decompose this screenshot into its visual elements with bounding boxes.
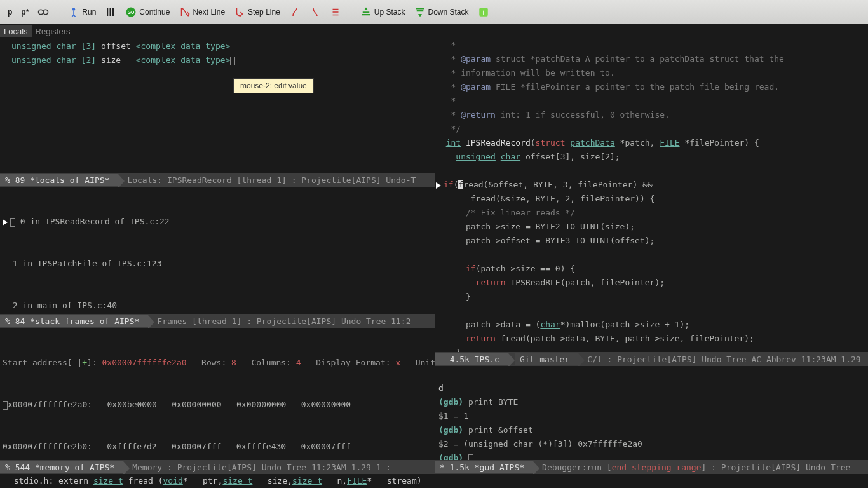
modeline-info: C/l : Projectile[AIPS] Undo-Tree AC Abbr… (585, 355, 860, 364)
frame-text: 1 in IPSPatchFile of IPS.c:123 (13, 259, 162, 268)
run-label: Run (82, 8, 96, 17)
gdb-command: print BYTE (468, 397, 518, 407)
locals-modeline: % 89 *locals of AIPS* Locals: IPSReadRec… (0, 173, 435, 187)
stop-button[interactable] (101, 4, 120, 20)
p-star-button[interactable]: p* (17, 6, 32, 18)
gud-modeline-tail: ] : Projectile[AIPS] Undo-Tree (702, 463, 851, 472)
locals-varname: offset (101, 41, 131, 51)
down-stack-label: Down Stack (428, 8, 469, 17)
memory-line: x00007ffffffe2a0: 0x00be0000 0x00000000 … (8, 400, 351, 409)
svg-rect-4 (110, 8, 111, 16)
echo-type: size_t (222, 476, 252, 485)
locals-body[interactable]: unsigned char [3] offset <complex data t… (0, 38, 435, 173)
echo-text: * __ptr, (183, 476, 223, 485)
memory-header: Start address[-|+]: 0x00007ffffffe2a0 Ro… (3, 356, 435, 370)
modeline-buffer: % 84 *stack frames of AIPS* (0, 315, 148, 327)
modeline-info: Debugger:run [end-stepping-range] : Proj… (539, 463, 850, 472)
gdb-prompt: (gdb) (438, 397, 468, 407)
gdb-output: $2 = (unsigned char (*)[3]) 0x7ffffffe2a… (438, 439, 642, 449)
locals-tabs: Locals Registers (0, 24, 435, 38)
continue-button[interactable]: GO Continue (121, 4, 173, 20)
p-button[interactable]: p (4, 6, 16, 18)
next-line-label: Next Line (193, 8, 225, 17)
debug-toolbar: p p* Run GO Continue Next Line Step Line… (0, 0, 868, 24)
svg-point-0 (39, 10, 44, 15)
gud-debugger-label: Debugger:run [ (542, 463, 612, 472)
modeline-info: Memory : Projectile[AIPS] Undo-Tree 11:2… (130, 463, 391, 472)
tab-locals[interactable]: Locals (0, 25, 32, 37)
step-line-label: Step Line (248, 8, 280, 17)
source-body[interactable]: * * @param struct *patchData A pointer t… (435, 24, 868, 374)
svg-rect-3 (107, 8, 108, 16)
locals-type[interactable]: unsigned char [3] (11, 41, 96, 51)
frame-row[interactable]: 2 in main of IPS.c:40 (3, 299, 435, 313)
locals-varname: size (101, 55, 121, 65)
frame-text: 2 in main of IPS.c:40 (13, 301, 117, 310)
echo-text: stdio.h: extern (4, 476, 93, 485)
mem-cols[interactable]: 4 (296, 358, 301, 367)
modeline-buffer: - 4.5k IPS.c (435, 353, 508, 365)
svg-rect-10 (416, 8, 424, 9)
gud-stepping-state: end-stepping-range (612, 463, 702, 472)
next-line-button[interactable]: Next Line (175, 4, 229, 20)
until-button[interactable] (326, 4, 345, 20)
mem-start-addr[interactable]: 0x00007ffffffe2a0 (102, 358, 187, 367)
mem-start-label: Start address (3, 358, 67, 367)
up-stack-label: Up Stack (374, 8, 405, 17)
mem-disp[interactable]: x (395, 358, 400, 367)
echo-type: size_t (93, 476, 123, 485)
continue-label: Continue (139, 8, 170, 17)
tooltip-edit-value: mouse-2: edit value (233, 78, 314, 93)
svg-rect-8 (362, 14, 370, 15)
modeline-buffer: % 89 *locals of AIPS* (0, 174, 118, 186)
up-stack-button[interactable]: Up Stack (356, 4, 409, 20)
watch-button[interactable] (34, 4, 53, 20)
echo-text: __size, (252, 476, 292, 485)
frame-row[interactable]: 0 in IPSReadRecord of IPS.c:22 (3, 215, 435, 229)
memory-row: 0x00007ffffffe2b0: 0xffffe7d2 0x00007fff… (3, 440, 435, 454)
frames-modeline: % 84 *stack frames of AIPS* Frames [thre… (0, 314, 435, 328)
gdb-command: print &offset (468, 425, 533, 435)
echo-text: * __stream) (367, 476, 421, 485)
locals-value[interactable]: <complex data type> (136, 41, 231, 51)
svg-point-2 (72, 8, 76, 11)
locals-row[interactable]: unsigned char [3] offset <complex data t… (3, 39, 432, 53)
cursor (3, 401, 8, 410)
echo-type: size_t (292, 476, 322, 485)
mem-rows-label: Rows: (201, 358, 226, 367)
current-frame-arrow-icon (3, 219, 8, 226)
cursor (230, 57, 235, 65)
echo-area: stdio.h: extern size_t fread (void* __pt… (0, 474, 435, 488)
svg-point-1 (43, 10, 48, 15)
modeline-vcs: Git-master (515, 353, 578, 365)
step-line-button[interactable]: Step Line (230, 4, 284, 20)
locals-type[interactable]: unsigned char [2] (11, 55, 96, 65)
mem-rows[interactable]: 8 (231, 358, 236, 367)
step-out-button[interactable] (285, 4, 304, 20)
svg-rect-11 (416, 10, 423, 11)
gdb-prompt: (gdb) (438, 425, 468, 435)
locals-value[interactable]: <complex data type> (136, 55, 231, 65)
mem-cols-label: Columns: (251, 358, 291, 367)
memory-modeline: % 544 *memory of AIPS* Memory : Projecti… (0, 460, 435, 474)
svg-text:i: i (482, 8, 484, 15)
mem-disp-label: Display Format: (316, 358, 390, 367)
down-stack-button[interactable]: Down Stack (410, 4, 473, 20)
echo-type: void (163, 476, 182, 485)
memory-row: x00007ffffffe2a0: 0x00be0000 0x00000000 … (3, 398, 435, 412)
modeline-buffer: % 544 *memory of AIPS* (0, 461, 123, 473)
frame-row[interactable]: 1 in IPSPatchFile of IPS.c:123 (3, 257, 435, 271)
run-button[interactable]: Run (64, 4, 100, 20)
tab-registers[interactable]: Registers (32, 25, 74, 37)
frame-text: 0 in IPSReadRecord of IPS.c:22 (15, 217, 170, 226)
svg-rect-5 (112, 8, 114, 16)
modeline-buffer: * 1.5k *gud-AIPS* (435, 461, 533, 473)
gdb-output: $1 = 1 (438, 411, 468, 421)
info-button[interactable]: i (474, 4, 493, 20)
step-into-button[interactable] (306, 4, 325, 20)
source-modeline: - 4.5k IPS.c Git-master C/l : Projectile… (435, 352, 868, 366)
modeline-info: Frames [thread 1] : Projectile[AIPS] Und… (154, 316, 410, 326)
modeline-info: Locals: IPSReadRecord [thread 1] : Proje… (125, 175, 416, 185)
locals-row[interactable]: unsigned char [2] size <complex data typ… (3, 53, 432, 67)
echo-text: __n, (322, 476, 347, 485)
